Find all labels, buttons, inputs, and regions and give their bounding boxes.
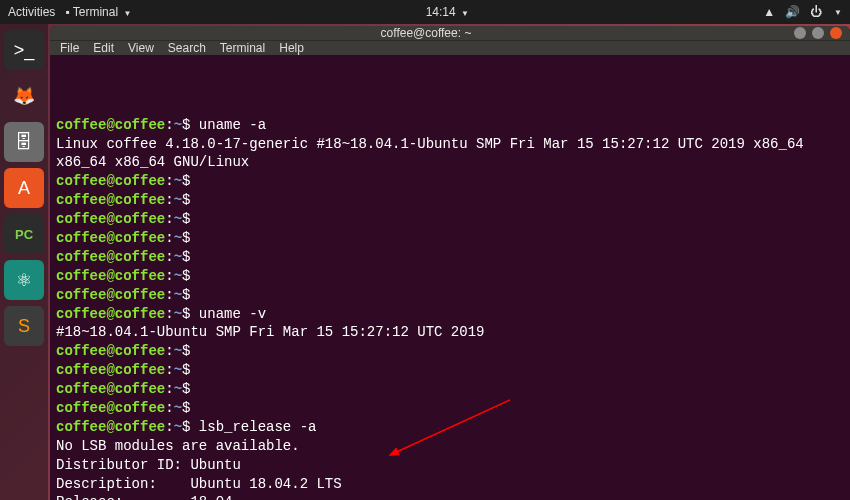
window-titlebar[interactable]: coffee@coffee: ~ [50,26,850,40]
menu-file[interactable]: File [60,41,79,55]
terminal-prompt-line: coffee@coffee:~$ [56,399,844,418]
terminal-output-line: No LSB modules are available. [56,437,844,456]
terminal-prompt-line: coffee@coffee:~$ [56,342,844,361]
dock-item-terminal[interactable]: >_ [4,30,44,70]
menu-edit[interactable]: Edit [93,41,114,55]
dock-item-sublime[interactable]: S [4,306,44,346]
terminal-prompt-line: coffee@coffee:~$ [56,172,844,191]
terminal-output-line: Distributor ID: Ubuntu [56,456,844,475]
menu-terminal[interactable]: Terminal [220,41,265,55]
network-icon[interactable]: ▲ [763,5,775,19]
terminal-prompt-line: coffee@coffee:~$ lsb_release -a [56,418,844,437]
terminal-prompt-line: coffee@coffee:~$ [56,267,844,286]
chevron-down-icon: ▼ [123,9,131,18]
dock-item-firefox[interactable]: 🦊 [4,76,44,116]
terminal-output-line: Description: Ubuntu 18.04.2 LTS [56,475,844,494]
menubar: File Edit View Search Terminal Help [50,40,850,55]
terminal-icon: ▪ [65,5,69,19]
terminal-window: coffee@coffee: ~ File Edit View Search T… [50,26,850,500]
menu-search[interactable]: Search [168,41,206,55]
close-button[interactable] [830,27,842,39]
terminal-prompt-line: coffee@coffee:~$ [56,229,844,248]
terminal-prompt-line: coffee@coffee:~$ uname -v [56,305,844,324]
terminal-prompt-line: coffee@coffee:~$ [56,191,844,210]
menu-view[interactable]: View [128,41,154,55]
app-indicator[interactable]: ▪ Terminal ▼ [65,5,131,19]
power-icon[interactable]: ⏻ [810,5,822,19]
terminal-output-line: Release: 18.04 [56,493,844,500]
gnome-topbar: Activities ▪ Terminal ▼ 14:14 ▼ ▲ 🔊 ⏻ ▼ [0,0,850,24]
terminal-prompt-line: coffee@coffee:~$ [56,248,844,267]
activities-button[interactable]: Activities [8,5,55,19]
menu-help[interactable]: Help [279,41,304,55]
maximize-button[interactable] [812,27,824,39]
terminal-prompt-line: coffee@coffee:~$ [56,210,844,229]
terminal-prompt-line: coffee@coffee:~$ uname -a [56,116,844,135]
window-title: coffee@coffee: ~ [58,26,794,40]
terminal-prompt-line: coffee@coffee:~$ [56,361,844,380]
dock: >_ 🦊 🗄 A PC ⚛ S [0,24,48,500]
dock-item-software[interactable]: A [4,168,44,208]
minimize-button[interactable] [794,27,806,39]
terminal-output[interactable]: coffee@coffee:~$ uname -aLinux coffee 4.… [50,55,850,500]
dock-item-files[interactable]: 🗄 [4,122,44,162]
terminal-prompt-line: coffee@coffee:~$ [56,286,844,305]
dock-item-pycharm[interactable]: PC [4,214,44,254]
dock-item-atom[interactable]: ⚛ [4,260,44,300]
clock[interactable]: 14:14 ▼ [131,5,763,19]
terminal-output-line: #18~18.04.1-Ubuntu SMP Fri Mar 15 15:27:… [56,323,844,342]
terminal-output-line: Linux coffee 4.18.0-17-generic #18~18.04… [56,135,844,173]
chevron-down-icon: ▼ [461,9,469,18]
terminal-prompt-line: coffee@coffee:~$ [56,380,844,399]
chevron-down-icon: ▼ [834,8,842,17]
volume-icon[interactable]: 🔊 [785,5,800,19]
